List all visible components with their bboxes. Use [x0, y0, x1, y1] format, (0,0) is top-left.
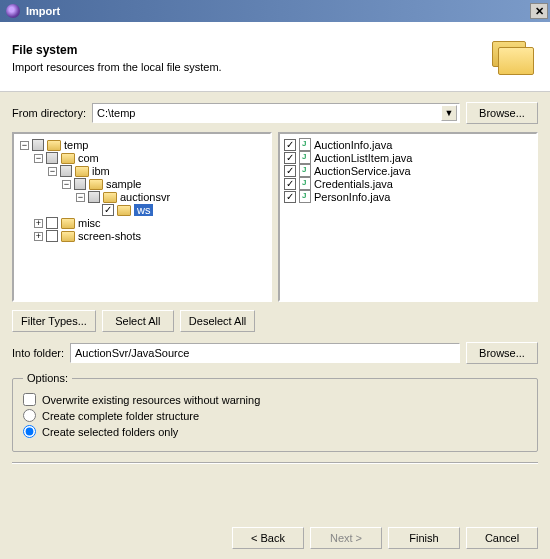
selected-folders-label: Create selected folders only — [42, 426, 178, 438]
expand-icon[interactable]: + — [34, 232, 43, 241]
folder-icon — [103, 192, 117, 203]
next-button: Next > — [310, 527, 382, 549]
app-icon — [6, 4, 20, 18]
folder-icon — [117, 205, 131, 216]
checkbox[interactable] — [284, 165, 296, 177]
tree-node-screenshots[interactable]: screen-shots — [78, 230, 141, 242]
checkbox[interactable] — [284, 178, 296, 190]
overwrite-label: Overwrite existing resources without war… — [42, 394, 260, 406]
checkbox[interactable] — [74, 178, 86, 190]
list-item: PersonInfo.java — [284, 190, 532, 203]
list-item: AuctionService.java — [284, 164, 532, 177]
into-folder-label: Into folder: — [12, 347, 64, 359]
checkbox[interactable] — [88, 191, 100, 203]
expand-icon[interactable]: + — [34, 219, 43, 228]
divider — [12, 462, 538, 464]
select-all-button[interactable]: Select All — [102, 310, 174, 332]
expand-icon[interactable]: − — [20, 141, 29, 150]
title-bar: Import ✕ — [0, 0, 550, 22]
file-list[interactable]: AuctionInfo.java AuctionListItem.java Au… — [278, 132, 538, 302]
finish-button[interactable]: Finish — [388, 527, 460, 549]
list-item: Credentials.java — [284, 177, 532, 190]
tree-node-com[interactable]: com — [78, 152, 99, 164]
java-file-icon — [299, 138, 311, 151]
banner-subtext: Import resources from the local file sys… — [12, 61, 490, 73]
into-folder-input[interactable] — [70, 343, 460, 363]
from-directory-label: From directory: — [12, 107, 86, 119]
checkbox[interactable] — [46, 230, 58, 242]
browse-source-button[interactable]: Browse... — [466, 102, 538, 124]
selected-folders-radio[interactable] — [23, 425, 36, 438]
expand-icon[interactable]: − — [34, 154, 43, 163]
folder-icon — [47, 140, 61, 151]
folder-icon — [75, 166, 89, 177]
checkbox[interactable] — [284, 191, 296, 203]
complete-structure-label: Create complete folder structure — [42, 410, 199, 422]
cancel-button[interactable]: Cancel — [466, 527, 538, 549]
tree-node-temp[interactable]: temp — [64, 139, 88, 151]
expand-icon[interactable]: − — [76, 193, 85, 202]
dropdown-arrow-icon[interactable]: ▼ — [441, 105, 457, 121]
tree-node-auctionsvr[interactable]: auctionsvr — [120, 191, 170, 203]
java-file-icon — [299, 164, 311, 177]
tree-node-misc[interactable]: misc — [78, 217, 101, 229]
expand-icon[interactable]: − — [48, 167, 57, 176]
java-file-icon — [299, 190, 311, 203]
folder-icon — [61, 153, 75, 164]
folder-art-icon — [490, 37, 538, 79]
browse-dest-button[interactable]: Browse... — [466, 342, 538, 364]
checkbox[interactable] — [46, 152, 58, 164]
list-item: AuctionInfo.java — [284, 138, 532, 151]
wizard-footer: < Back Next > Finish Cancel — [232, 527, 538, 549]
checkbox[interactable] — [60, 165, 72, 177]
options-group: Options: Overwrite existing resources wi… — [12, 372, 538, 452]
folder-icon — [89, 179, 103, 190]
back-button[interactable]: < Back — [232, 527, 304, 549]
folder-icon — [61, 218, 75, 229]
window-title: Import — [26, 5, 60, 17]
overwrite-checkbox[interactable] — [23, 393, 36, 406]
tree-node-sample[interactable]: sample — [106, 178, 141, 190]
options-legend: Options: — [23, 372, 72, 384]
folder-icon — [61, 231, 75, 242]
java-file-icon — [299, 151, 311, 164]
checkbox[interactable] — [284, 152, 296, 164]
close-button[interactable]: ✕ — [530, 3, 548, 19]
wizard-banner: File system Import resources from the lo… — [0, 22, 550, 92]
checkbox[interactable] — [102, 204, 114, 216]
tree-node-ws[interactable]: ws — [134, 204, 153, 216]
expand-icon[interactable]: − — [62, 180, 71, 189]
checkbox[interactable] — [284, 139, 296, 151]
checkbox[interactable] — [46, 217, 58, 229]
from-directory-value: C:\temp — [97, 107, 441, 119]
filter-types-button[interactable]: Filter Types... — [12, 310, 96, 332]
checkbox[interactable] — [32, 139, 44, 151]
banner-heading: File system — [12, 43, 490, 57]
deselect-all-button[interactable]: Deselect All — [180, 310, 255, 332]
java-file-icon — [299, 177, 311, 190]
list-item: AuctionListItem.java — [284, 151, 532, 164]
complete-structure-radio[interactable] — [23, 409, 36, 422]
tree-node-ibm[interactable]: ibm — [92, 165, 110, 177]
folder-tree[interactable]: − temp − com — [12, 132, 272, 302]
from-directory-combo[interactable]: C:\temp ▼ — [92, 103, 460, 123]
